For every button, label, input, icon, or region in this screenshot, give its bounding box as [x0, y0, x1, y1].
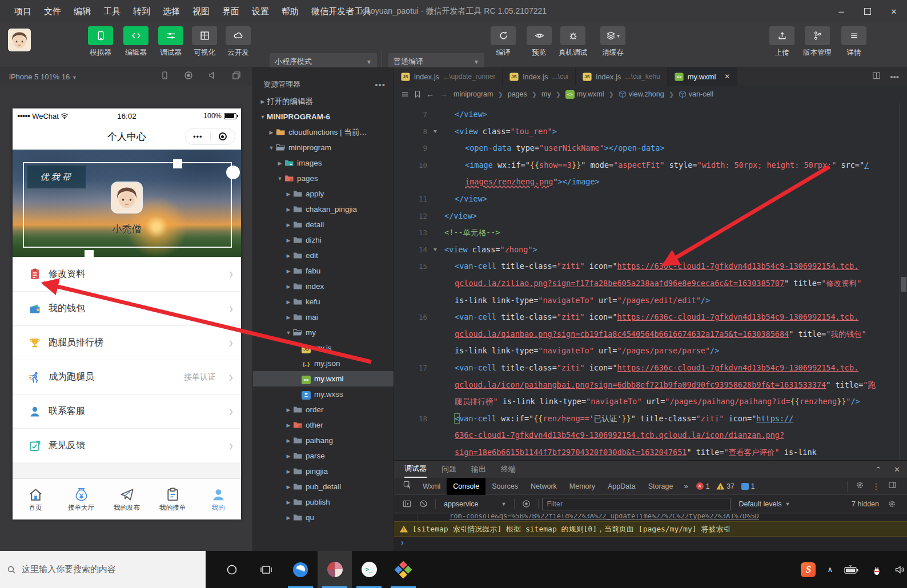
devtools-tab-Console[interactable]: Console	[447, 478, 485, 495]
editor-tab-index.js[interactable]: JSindex.js...\update_runner	[394, 67, 503, 86]
cortana-button[interactable]	[215, 551, 249, 588]
tree-item-images[interactable]: ▶images	[253, 155, 394, 171]
menu-文件[interactable]: 文件	[38, 6, 67, 17]
tree-item-pingjia[interactable]: ▶pingjia	[253, 464, 394, 479]
live-expression-icon[interactable]	[522, 500, 531, 508]
inspect-element-icon[interactable]	[399, 481, 416, 492]
battery-tray-icon[interactable]	[844, 565, 859, 574]
taskbar-wechat[interactable]: >_	[352, 551, 386, 588]
devtools-tab-AppData[interactable]: AppData	[601, 478, 642, 495]
tree-item-my.wxss[interactable]: Ξmy.wxss	[253, 386, 394, 402]
tree-item-mai[interactable]: ▶mai	[253, 309, 394, 325]
warning-badge[interactable]: !37	[716, 482, 734, 490]
devtools-tab-Wxml[interactable]: Wxml	[416, 478, 447, 495]
clear-console-icon[interactable]	[419, 500, 428, 508]
task-view-button[interactable]	[249, 551, 283, 588]
toolbar-编辑器-button[interactable]: 编辑器	[119, 26, 152, 58]
tree-item-kefu[interactable]: ▶kefu	[253, 294, 394, 309]
minimize-button[interactable]: ─	[828, 0, 854, 23]
tab-我的发布[interactable]: 我的发布	[104, 479, 150, 519]
taskbar-search[interactable]: 这里输入你要搜索的内容	[0, 551, 206, 588]
toolbar-上传-button[interactable]: 上传	[765, 26, 798, 58]
toolbar-模拟器-button[interactable]: 模拟器	[84, 26, 117, 58]
qq-tray-icon[interactable]	[870, 563, 883, 576]
tree-item-publish[interactable]: ▶publish	[253, 494, 394, 510]
toolbar-详情-button[interactable]: 详情	[837, 26, 870, 58]
volume-icon[interactable]	[894, 565, 905, 575]
tree-arrow-icon[interactable]: ▶	[284, 222, 292, 228]
toolbar-真机调试-button[interactable]: 真机调试	[556, 26, 589, 58]
explorer-more-icon[interactable]: •••	[375, 80, 386, 90]
log-levels-select[interactable]: Default levels▼	[739, 500, 790, 508]
tree-item-my[interactable]: ▼my	[253, 325, 394, 340]
editor-tab-my.wxml[interactable]: <>my.wxml✕	[668, 67, 738, 86]
tree-arrow-icon[interactable]: ▶	[276, 160, 284, 166]
collapse-icon[interactable]: ⌃	[875, 465, 881, 474]
tree-item-my.wxml[interactable]: <>my.wxml	[253, 371, 394, 386]
code-area[interactable]: 7</view>8▼<view class="tou_ren">9<open-d…	[394, 103, 898, 460]
tree-item-my.json[interactable]: {..}my.json	[253, 356, 394, 371]
tree-item-chakan_pingjia[interactable]: ▶chakan_pingjia	[253, 202, 394, 217]
tree-item-parse[interactable]: ▶parse	[253, 448, 394, 464]
tree-item-MINIPROGRAM-6[interactable]: ▼MINIPROGRAM-6	[253, 109, 394, 124]
sim-rotate-button[interactable]	[160, 71, 169, 82]
taskbar-qq-browser[interactable]	[283, 551, 318, 588]
tree-item-cloudfunctions | 当前…[interactable]: ▶cloudfunctions | 当前…	[253, 124, 394, 140]
debugger-tab-调试器[interactable]: 调试器	[404, 461, 427, 478]
sim-overlap-button[interactable]	[232, 71, 241, 82]
context-select[interactable]: appservice▼	[439, 500, 511, 508]
breadcrumb-miniprogram[interactable]: miniprogram	[453, 90, 493, 98]
tree-arrow-icon[interactable]: ▶	[284, 407, 292, 413]
sim-record-button[interactable]	[184, 71, 193, 82]
tree-arrow-icon[interactable]: ▶	[284, 484, 292, 490]
devtools-tab-Network[interactable]: Network	[524, 478, 563, 495]
tree-arrow-icon[interactable]: ▶	[284, 207, 292, 212]
tree-item-fabu[interactable]: ▶fabu	[253, 263, 394, 279]
sim-mute-button[interactable]	[208, 71, 217, 82]
error-badge[interactable]: ✕1	[696, 482, 710, 490]
devtools-tab-Sources[interactable]: Sources	[485, 478, 524, 495]
menu-帮助[interactable]: 帮助	[275, 6, 305, 17]
dock-panel-icon[interactable]	[884, 481, 901, 492]
menu-item-跑腿员排行榜[interactable]: 跑腿员排行榜›	[13, 325, 241, 360]
tree-arrow-icon[interactable]: ▶	[284, 299, 292, 305]
maximize-button[interactable]	[854, 0, 881, 23]
split-editor-icon[interactable]	[872, 71, 881, 82]
toolbar-可视化-button[interactable]: 可视化	[188, 26, 221, 58]
tree-arrow-icon[interactable]: ▶	[284, 515, 292, 521]
toolbar-编译-button[interactable]: 编译	[487, 26, 520, 58]
debugger-tab-问题[interactable]: 问题	[442, 461, 456, 478]
capsule-button[interactable]: •••	[185, 128, 235, 145]
toolbar-云开发-button[interactable]: 云开发	[222, 26, 255, 58]
menu-设置[interactable]: 设置	[246, 6, 275, 17]
editor-tab-index.js[interactable]: JSindex.js...\cui	[503, 67, 576, 86]
menu-item-我的钱包[interactable]: 我的钱包›	[13, 291, 241, 325]
console-log-link[interactable]: rom-console&qs=%5B%7B%22field%22%3A%22_u…	[417, 514, 907, 521]
menu-item-成为跑腿员[interactable]: 成为跑腿员接单认证›	[13, 360, 241, 394]
breadcrumb-van-cell[interactable]: van-cell	[679, 90, 713, 98]
fold-icon[interactable]: ▼	[431, 123, 440, 140]
menu-选择[interactable]: 选择	[156, 6, 186, 17]
tree-arrow-icon[interactable]: ▶	[284, 315, 292, 320]
breadcrumb-my[interactable]: my	[541, 90, 551, 98]
kebab-menu-icon[interactable]: ⋮	[869, 482, 884, 491]
tree-arrow-icon[interactable]: ▶	[259, 99, 267, 104]
tree-item-dizhi[interactable]: ▶dizhi	[253, 232, 394, 248]
menu-转到[interactable]: 转到	[127, 6, 156, 17]
console-prompt[interactable]: ›	[394, 537, 907, 548]
tab-接单大厅[interactable]: 接单大厅	[58, 479, 104, 519]
tree-item-other[interactable]: ▶other	[253, 417, 394, 433]
filter-input[interactable]	[542, 498, 731, 510]
menu-工具[interactable]: 工具	[97, 6, 127, 17]
tree-item-edit[interactable]: ▶edit	[253, 248, 394, 263]
toolbar-版本管理-button[interactable]: 版本管理	[801, 26, 834, 58]
tree-arrow-icon[interactable]: ▶	[284, 422, 292, 428]
debugger-tab-输出[interactable]: 输出	[471, 461, 486, 478]
breadcrumb-view.zhong[interactable]: view.zhong	[619, 90, 664, 98]
exit-icon[interactable]	[211, 132, 235, 140]
info-badge[interactable]: 1	[741, 482, 755, 490]
menu-视图[interactable]: 视图	[186, 6, 216, 17]
taskbar-devtools-app[interactable]	[318, 551, 352, 588]
more-tabs-icon[interactable]: »	[679, 482, 692, 490]
menu-微信开发者工具[interactable]: 微信开发者工具	[305, 6, 378, 17]
